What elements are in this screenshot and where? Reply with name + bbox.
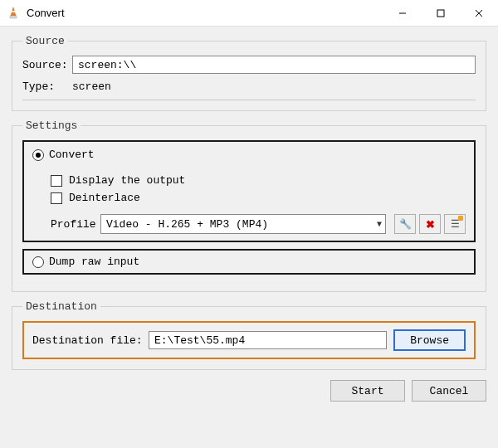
window-title: Convert xyxy=(27,7,383,19)
dump-raw-label: Dump raw input xyxy=(49,256,139,268)
browse-button[interactable]: Browse xyxy=(393,329,466,351)
profile-value: Video - H.265 + MP3 (MP4) xyxy=(106,218,268,231)
convert-radio[interactable] xyxy=(32,149,44,161)
source-input[interactable] xyxy=(72,56,476,74)
start-button[interactable]: Start xyxy=(330,380,405,402)
edit-profile-button[interactable]: 🔧 xyxy=(394,214,416,234)
deinterlace-label: Deinterlace xyxy=(69,192,140,204)
app-icon xyxy=(7,7,20,20)
chevron-down-icon: ▼ xyxy=(377,220,382,229)
profile-combobox[interactable]: Video - H.265 + MP3 (MP4) ▼ xyxy=(100,214,386,234)
deinterlace-checkbox[interactable] xyxy=(51,192,62,204)
source-label: Source: xyxy=(22,59,72,71)
destination-file-label: Destination file: xyxy=(32,334,149,347)
svg-rect-4 xyxy=(437,10,444,17)
dump-raw-radio[interactable] xyxy=(32,256,44,268)
convert-box: Convert Display the output Deinterlace P… xyxy=(22,140,476,242)
source-group: Source Source: Type: screen xyxy=(12,35,486,111)
dialog-content: Source Source: Type: screen Settings Con… xyxy=(0,27,498,411)
destination-legend: Destination xyxy=(22,300,100,313)
new-profile-button[interactable]: ☰ xyxy=(444,214,466,234)
delete-icon: ✖ xyxy=(426,218,435,231)
source-legend: Source xyxy=(22,35,68,47)
svg-rect-2 xyxy=(10,16,17,18)
maximize-button[interactable] xyxy=(422,0,460,27)
type-value: screen xyxy=(72,80,111,93)
source-separator xyxy=(22,100,476,100)
destination-group: Destination Destination file: Browse xyxy=(12,300,486,370)
dump-raw-box: Dump raw input xyxy=(22,249,476,275)
wrench-icon: 🔧 xyxy=(399,218,412,230)
delete-profile-button[interactable]: ✖ xyxy=(419,214,441,234)
svg-rect-1 xyxy=(11,11,16,12)
destination-highlight: Destination file: Browse xyxy=(22,321,476,359)
profile-label: Profile xyxy=(51,218,100,231)
destination-file-input[interactable] xyxy=(149,331,387,349)
titlebar: Convert xyxy=(0,0,498,27)
window-controls xyxy=(383,0,498,26)
minimize-button[interactable] xyxy=(383,0,422,27)
close-button[interactable] xyxy=(460,0,498,27)
convert-label: Convert xyxy=(49,149,95,161)
display-output-label: Display the output xyxy=(69,174,185,187)
cancel-button[interactable]: Cancel xyxy=(412,380,486,402)
type-label: Type: xyxy=(22,80,72,93)
settings-legend: Settings xyxy=(22,119,81,132)
settings-group: Settings Convert Display the output Dein… xyxy=(12,119,486,292)
new-badge-icon xyxy=(458,216,463,221)
dialog-buttons: Start Cancel xyxy=(12,380,486,402)
display-output-checkbox[interactable] xyxy=(51,175,62,187)
